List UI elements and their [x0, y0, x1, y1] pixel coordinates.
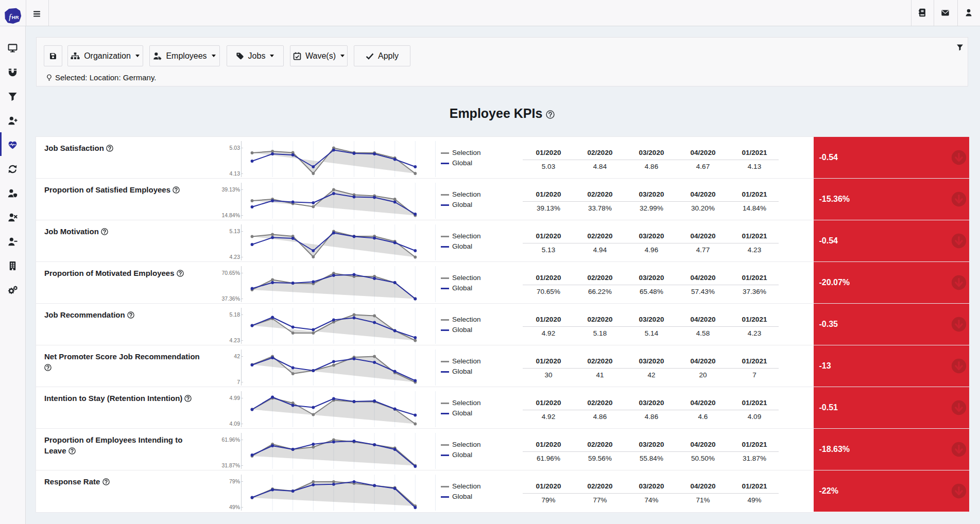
svg-text:HR: HR	[12, 14, 19, 20]
